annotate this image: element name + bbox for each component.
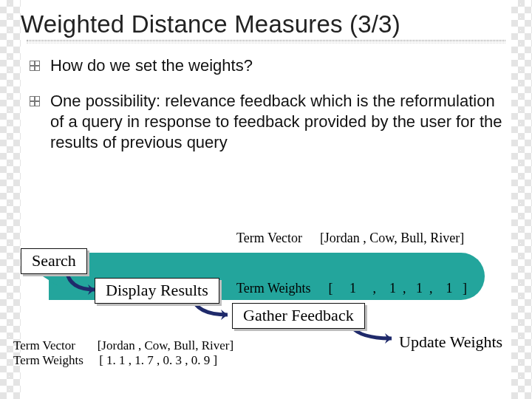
title-underline-2	[27, 41, 505, 42]
top-value-vector: [Jordan , Cow, Bull, River]	[320, 230, 464, 247]
bottom-term-vector-block: Term Vector [Jordan , Cow, Bull, River] …	[13, 338, 233, 368]
step-gather-feedback: Gather Feedback	[232, 303, 365, 329]
step-display-results: Display Results	[95, 278, 219, 304]
process-area: Term Vector[Jordan , Cow, Bull, River] T…	[21, 192, 511, 399]
title-underline	[27, 40, 505, 41]
bottom-label-vector: Term Vector	[13, 338, 75, 352]
step-update-weights: Update Weights	[399, 332, 502, 352]
step-search: Search	[21, 248, 87, 274]
bottom-value-weights: [ 1. 1 , 1. 7 , 0. 3 , 0. 9 ]	[99, 353, 217, 367]
bullet-list: How do we set the weights? One possibili…	[21, 55, 511, 154]
slide-title: Weighted Distance Measures (3/3)	[21, 10, 511, 38]
bottom-value-vector: [Jordan , Cow, Bull, River]	[98, 338, 233, 352]
slide-body: Weighted Distance Measures (3/3) How do …	[21, 0, 511, 399]
bullet-1: How do we set the weights?	[28, 55, 505, 76]
title-underline-3	[27, 43, 505, 44]
top-value-weights: [ 1 , 1 , 1 , 1 ]	[328, 280, 467, 297]
top-label-weights: Term Weights	[236, 280, 310, 297]
bottom-label-weights: Term Weights	[13, 353, 83, 367]
bullet-2: One possibility: relevance feedback whic…	[28, 91, 505, 153]
top-label-vector: Term Vector	[236, 230, 302, 247]
decor-checker-right	[511, 0, 532, 399]
